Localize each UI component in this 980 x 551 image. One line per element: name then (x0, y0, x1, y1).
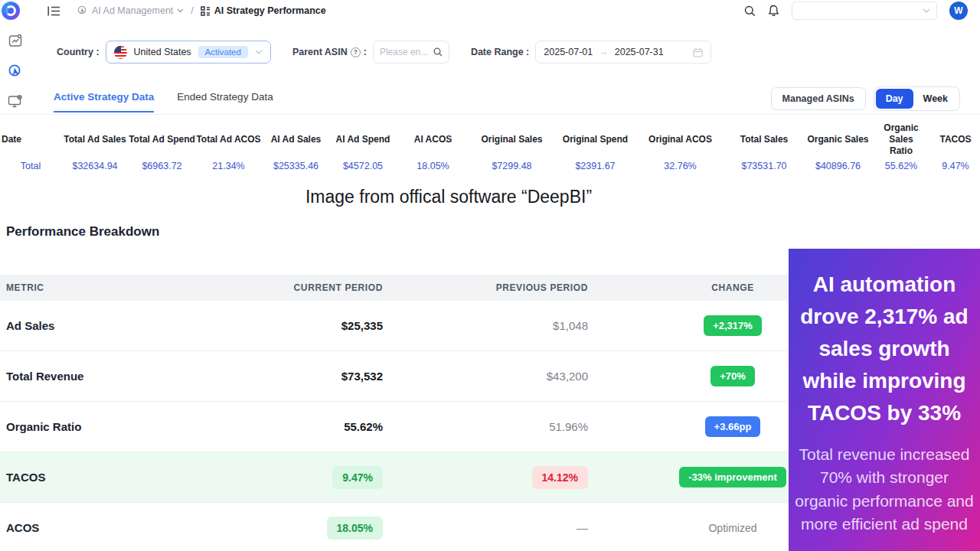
column-header: TACOS (931, 134, 980, 145)
table-row-acos: ACOS 18.05% — Optimized (0, 503, 789, 551)
highlight-subtext: Total revenue increased 70% with stronge… (795, 443, 974, 536)
total-cell: 18.05% (396, 161, 470, 173)
column-header-metric: METRIC (0, 282, 184, 293)
metric-label: ACOS (0, 521, 184, 534)
card-title: Performance Breakdown (0, 213, 789, 240)
country-status-badge: Activated (198, 46, 248, 58)
table-row-total-revenue: Total Revenue $73,532 $43,200 +70% (0, 351, 789, 402)
table-row-ad-sales: Ad Sales $25,335 $1,048 +2,317% (0, 301, 789, 351)
metric-label: Organic Ratio (0, 420, 184, 433)
highlight-headline: AI automation drove 2,317% ad sales grow… (795, 269, 974, 429)
day-button[interactable]: Day (876, 89, 913, 109)
help-icon[interactable]: ? (351, 47, 361, 57)
managed-asins-button[interactable]: Managed ASINs (771, 87, 866, 110)
current-value-pill: 18.05% (327, 517, 383, 540)
strategy-tabs-row: Active Strategy Data Ended Strategy Data… (0, 83, 980, 115)
notification-bell-icon[interactable] (768, 5, 779, 17)
previous-value: $1,048 (383, 319, 588, 332)
parent-asin-placeholder: Please en... (380, 47, 429, 57)
previous-value: — (383, 521, 588, 534)
account-select[interactable] (792, 2, 937, 20)
total-cell: 55.62% (871, 161, 931, 173)
filter-bar: Country : United States Activated Parent… (31, 37, 980, 67)
column-header: Date (0, 134, 61, 145)
week-button[interactable]: Week (913, 89, 958, 109)
column-header: Original Sales (470, 134, 554, 145)
column-header: Total Ad Spend (129, 134, 195, 145)
chevron-down-icon (923, 8, 930, 13)
parent-asin-label: Parent ASIN ? : (292, 47, 367, 57)
previous-value: 51.96% (383, 420, 588, 433)
column-header: Total Sales (724, 134, 805, 145)
column-header: Organic Sales Ratio (871, 122, 931, 157)
total-cell: 32.76% (637, 161, 724, 173)
country-select[interactable]: United States Activated (106, 41, 271, 64)
total-cell: $73531.70 (724, 161, 805, 173)
search-icon[interactable] (433, 47, 443, 57)
table-row-organic-ratio: Organic Ratio 55.62% 51.96% +3.66pp (0, 402, 789, 452)
column-header: AI ACOS (396, 134, 470, 145)
date-range-label: Date Range : (471, 47, 529, 57)
search-icon[interactable] (744, 5, 756, 17)
date-end[interactable]: 2025-07-31 (615, 47, 664, 57)
strategy-table: Date Total Ad Sales Total Ad Spend Total… (0, 122, 980, 177)
chevron-down-icon (177, 8, 184, 13)
parent-asin-input[interactable]: Please en... (373, 41, 449, 64)
breadcrumb-separator: / (191, 5, 193, 16)
tab-active-strategy-data[interactable]: Active Strategy Data (54, 91, 154, 106)
previous-value-pill: 14.12% (532, 466, 588, 489)
column-header-change: CHANGE (588, 282, 789, 293)
tab-ended-strategy-data[interactable]: Ended Strategy Data (177, 91, 273, 106)
breadcrumb: AI Ad Management / AI Strategy Performan… (77, 5, 326, 16)
strategy-grid-icon (201, 6, 211, 16)
column-header: AI Ad Spend (330, 134, 396, 145)
previous-value: $43,200 (383, 370, 588, 383)
sidebar-item-reports-icon[interactable] (8, 34, 23, 48)
total-cell: $2391.67 (554, 161, 637, 173)
column-header: Total Ad ACOS (195, 134, 262, 145)
change-badge: +3.66pp (705, 416, 761, 437)
total-cell: $40896.76 (805, 161, 871, 173)
change-status-text: Optimized (708, 522, 756, 534)
column-header: Original ACOS (637, 134, 724, 145)
column-header: Original Spend (554, 134, 637, 145)
performance-breakdown-card: Performance Breakdown METRIC CURRENT PER… (0, 213, 789, 551)
date-start[interactable]: 2025-07-01 (544, 47, 593, 57)
user-avatar[interactable]: W (949, 2, 968, 20)
metric-label: Ad Sales (0, 319, 184, 332)
column-header: Total Ad Sales (61, 134, 129, 145)
image-caption: Image from offical software “DeepBI” (0, 187, 897, 207)
column-header: AI Ad Sales (262, 134, 330, 145)
ad-management-icon (77, 5, 88, 16)
app-logo[interactable] (2, 2, 20, 20)
date-arrow: → (599, 47, 609, 57)
country-label: Country : (57, 47, 100, 57)
change-badge: +70% (710, 366, 755, 386)
breadcrumb-current: AI Strategy Performance (201, 5, 326, 16)
total-cell: $32634.94 (61, 161, 129, 173)
chevron-down-icon (255, 50, 263, 54)
date-range-input[interactable]: 2025-07-01 → 2025-07-31 (535, 41, 711, 64)
table-row-tacos: TACOS 9.47% 14.12% -33% improvement (0, 452, 789, 503)
column-header-current: CURRENT PERIOD (184, 282, 383, 293)
sidebar-item-ad-management-icon[interactable] (8, 64, 23, 79)
total-cell: $7299.48 (470, 161, 554, 173)
total-cell: Total (0, 161, 61, 173)
strategy-table-header: Date Total Ad Sales Total Ad Spend Total… (0, 122, 980, 157)
current-value: $73,532 (184, 370, 383, 383)
ai-highlight-panel: AI automation drove 2,317% ad sales grow… (789, 249, 980, 551)
change-badge: -33% improvement (679, 467, 786, 487)
total-cell: $25335.46 (262, 161, 330, 173)
column-header: Organic Sales (805, 134, 871, 145)
total-cell: $4572.05 (330, 161, 396, 173)
metric-label: TACOS (0, 471, 184, 484)
metric-label: Total Revenue (0, 370, 184, 383)
period-segmented-control: Day Week (874, 86, 960, 111)
breadcrumb-parent[interactable]: AI Ad Management (77, 5, 184, 16)
sidebar-collapse-icon[interactable] (47, 5, 60, 17)
total-cell: 21.34% (195, 161, 262, 173)
total-cell: 9.47% (931, 161, 980, 173)
calendar-icon (693, 47, 703, 57)
app-header: AI Ad Management / AI Strategy Performan… (0, 0, 980, 21)
country-value: United States (134, 47, 191, 57)
